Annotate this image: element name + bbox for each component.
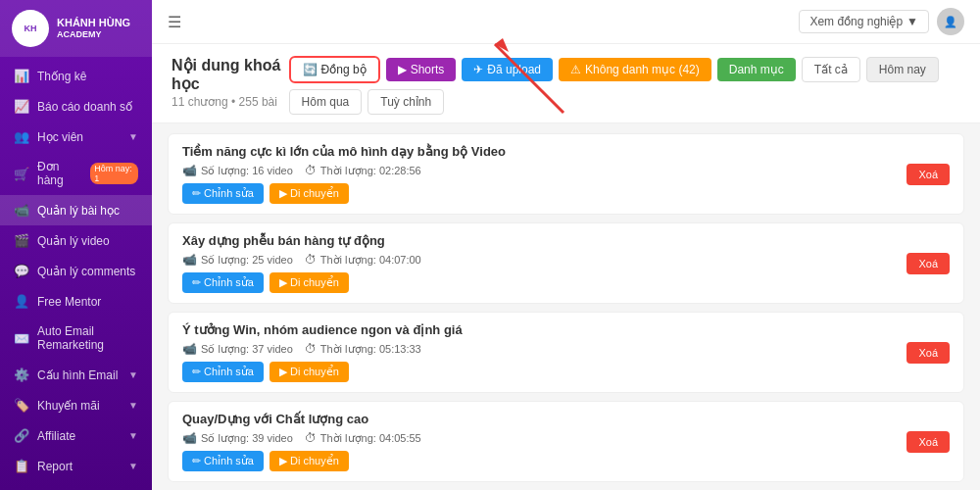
course-title[interactable]: Ý tưởng Win, nhóm audience ngon và định … [182, 322, 906, 337]
sidebar-item-auto-email[interactable]: ✉️ Auto Email Remarketing [0, 317, 152, 360]
view-colleague-chevron: ▼ [906, 15, 918, 28]
course-meta: 📹 Số lượng: 37 video ⏱ Thời lượng: 05:13… [182, 342, 906, 356]
no-category-button[interactable]: ⚠ Không danh mục (42) [559, 58, 711, 81]
course-buttons: ✏ Chỉnh sửa ▶ Di chuyển [182, 451, 906, 471]
user-avatar[interactable]: 👤 [937, 8, 964, 35]
course-item: Quay/Dựng với Chất lượng cao 📹 Số lượng:… [168, 401, 964, 482]
video-count: 📹 Số lượng: 37 video [182, 342, 293, 356]
course-item-left: Ý tưởng Win, nhóm audience ngon và định … [182, 322, 906, 382]
filter-today-button[interactable]: Hôm nay [866, 57, 939, 82]
sidebar-item-quan-ly-video[interactable]: 🎬 Quản lý video [0, 225, 152, 256]
course-item-left: Tiềm năng cực kì lớn của mô hình dạy bằn… [182, 144, 906, 204]
course-meta: 📹 Số lượng: 39 video ⏱ Thời lượng: 04:05… [182, 431, 906, 445]
sidebar: KH KHÁNH HÙNG ACADEMY 📊 Thống kê 📈 Báo c… [0, 0, 152, 490]
topbar-left: ☰ [168, 13, 181, 31]
filter-yesterday-button[interactable]: Hôm qua [289, 89, 363, 115]
sidebar-item-quan-ly-bai-hoc[interactable]: 📹 Quản lý bài học [0, 195, 152, 225]
view-colleague-label: Xem đồng nghiệp [809, 15, 903, 28]
edit-button[interactable]: ✏ Chỉnh sửa [182, 451, 264, 471]
upload-button[interactable]: ✈ Đã upload [462, 58, 553, 81]
clock-icon: ⏱ [305, 253, 317, 267]
delete-button[interactable]: Xoá [906, 342, 950, 364]
move-button[interactable]: ▶ Di chuyển [270, 451, 349, 471]
auto-email-icon: ✉️ [14, 331, 29, 346]
sync-icon: 🔄 [303, 63, 318, 76]
report-chevron: ▼ [128, 461, 138, 471]
quan-ly-bai-hoc-icon: 📹 [14, 203, 29, 218]
sidebar-nav: 📊 Thống kê 📈 Báo cáo doanh số 👥 Học viên… [0, 57, 152, 490]
duration: ⏱ Thời lượng: 04:07:00 [305, 253, 421, 267]
course-title[interactable]: Tiềm năng cực kì lớn của mô hình dạy bằn… [182, 144, 906, 159]
video-icon: 📹 [182, 431, 197, 445]
delete-button[interactable]: Xoá [906, 164, 950, 185]
cau-hinh-email-icon: ⚙️ [14, 368, 29, 382]
course-list: Tiềm năng cực kì lớn của mô hình dạy bằn… [152, 123, 980, 490]
quan-ly-comments-icon: 💬 [14, 264, 29, 278]
filter-all-button[interactable]: Tất cả [802, 57, 860, 82]
sidebar-item-free-mentor[interactable]: 👤 Free Mentor [0, 286, 152, 317]
edit-button[interactable]: ✏ Chỉnh sửa [182, 183, 264, 204]
no-category-icon: ⚠ [570, 63, 581, 76]
sidebar-item-hoc-vien[interactable]: 👥 Học viên ▼ [0, 122, 152, 152]
logo-avatar: KH [12, 10, 49, 47]
move-button[interactable]: ▶ Di chuyển [270, 183, 349, 204]
don-hang-badge: Hôm nay: 1 [90, 163, 138, 184]
course-item: Tiềm năng cực kì lớn của mô hình dạy bằn… [168, 133, 964, 215]
duration: ⏱ Thời lượng: 04:05:55 [305, 431, 421, 445]
category-button[interactable]: Danh mục [717, 58, 796, 81]
course-buttons: ✏ Chỉnh sửa ▶ Di chuyển [182, 183, 906, 204]
don-hang-icon: 🛒 [14, 167, 29, 181]
action-buttons: 🔄 Đồng bộ ▶ Shorts ✈ Đã upload ⚠ Không d… [289, 56, 960, 122]
move-button[interactable]: ▶ Di chuyển [270, 272, 349, 293]
course-buttons: ✏ Chỉnh sửa ▶ Di chuyển [182, 272, 906, 293]
sidebar-item-quan-ly-nguoi-dung[interactable]: 👥 Quản lý người dùng ▼ [0, 481, 152, 490]
video-count: 📹 Số lượng: 25 video [182, 253, 293, 267]
course-item: Ý tưởng Win, nhóm audience ngon và định … [168, 312, 964, 393]
video-count: 📹 Số lượng: 39 video [182, 431, 293, 445]
sidebar-item-thong-ke[interactable]: 📊 Thống kê [0, 61, 152, 91]
affiliate-chevron: ▼ [128, 430, 138, 441]
clock-icon: ⏱ [305, 431, 317, 445]
duration: ⏱ Thời lượng: 02:28:56 [305, 164, 421, 177]
sidebar-logo: KH KHÁNH HÙNG ACADEMY [0, 0, 152, 57]
avatar-icon: 👤 [944, 16, 957, 28]
course-meta: 📹 Số lượng: 25 video ⏱ Thời lượng: 04:07… [182, 253, 906, 267]
course-item: Xây dựng phễu bán hàng tự động 📹 Số lượn… [168, 222, 964, 304]
edit-button[interactable]: ✏ Chỉnh sửa [182, 362, 264, 382]
course-meta: 📹 Số lượng: 16 video ⏱ Thời lượng: 02:28… [182, 164, 906, 177]
clock-icon: ⏱ [305, 164, 317, 177]
course-title[interactable]: Quay/Dựng với Chất lượng cao [182, 412, 906, 426]
topbar-right: Xem đồng nghiệp ▼ 👤 [799, 8, 964, 35]
report-icon: 📋 [14, 459, 29, 473]
sidebar-item-cau-hinh-email[interactable]: ⚙️ Cấu hình Email ▼ [0, 360, 152, 390]
edit-button[interactable]: ✏ Chỉnh sửa [182, 272, 264, 293]
sidebar-item-khuyen-mai[interactable]: 🏷️ Khuyến mãi ▼ [0, 390, 152, 420]
view-colleague-button[interactable]: Xem đồng nghiệp ▼ [799, 10, 929, 33]
page-subtitle: 11 chương • 255 bài [172, 95, 289, 109]
affiliate-icon: 🔗 [14, 428, 29, 443]
sidebar-item-affiliate[interactable]: 🔗 Affiliate ▼ [0, 420, 152, 451]
course-buttons: ✏ Chỉnh sửa ▶ Di chuyển [182, 362, 906, 382]
upload-icon: ✈ [473, 63, 483, 76]
course-title[interactable]: Xây dựng phễu bán hàng tự động [182, 233, 906, 248]
delete-button[interactable]: Xoá [906, 431, 950, 453]
move-button[interactable]: ▶ Di chuyển [270, 362, 349, 382]
topbar: ☰ Xem đồng nghiệp ▼ 👤 [152, 0, 980, 44]
khuyen-mai-icon: 🏷️ [14, 398, 29, 413]
sidebar-item-bao-cao[interactable]: 📈 Báo cáo doanh số [0, 91, 152, 122]
sidebar-item-quan-ly-comments[interactable]: 💬 Quản lý comments [0, 256, 152, 286]
bao-cao-icon: 📈 [14, 99, 29, 114]
shorts-button[interactable]: ▶ Shorts [386, 58, 457, 81]
clock-icon: ⏱ [305, 342, 317, 356]
main-content: ☰ Xem đồng nghiệp ▼ 👤 Nội dung khoá học … [152, 0, 980, 490]
course-item-left: Xây dựng phễu bán hàng tự động 📹 Số lượn… [182, 233, 906, 293]
hamburger-icon[interactable]: ☰ [168, 13, 181, 31]
sync-button[interactable]: 🔄 Đồng bộ [289, 56, 380, 83]
filter-custom-button[interactable]: Tuỳ chỉnh [368, 89, 444, 115]
sidebar-item-don-hang[interactable]: 🛒 Đơn hàng Hôm nay: 1 [0, 152, 152, 195]
video-count: 📹 Số lượng: 16 video [182, 164, 293, 177]
sidebar-item-report[interactable]: 📋 Report ▼ [0, 451, 152, 481]
delete-button[interactable]: Xoá [906, 253, 950, 274]
thong-ke-icon: 📊 [14, 69, 29, 83]
hoc-vien-icon: 👥 [14, 129, 29, 144]
